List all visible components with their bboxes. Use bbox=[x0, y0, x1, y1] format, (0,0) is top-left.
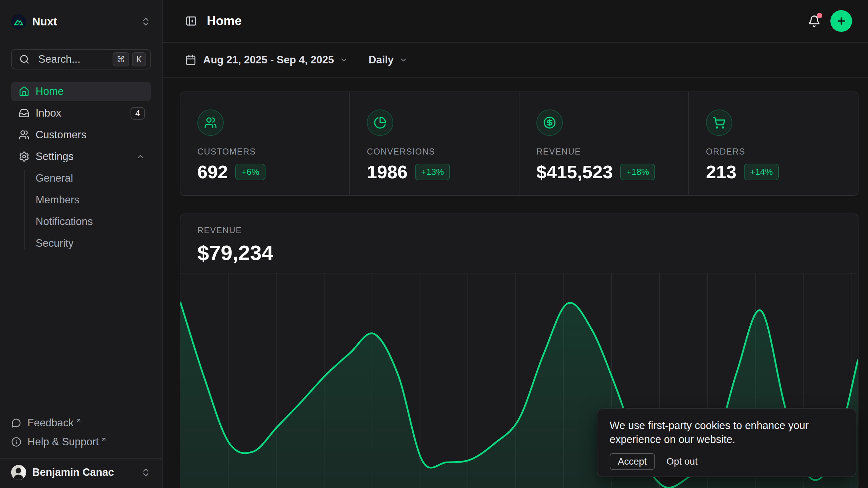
stat-label: REVENUE bbox=[536, 147, 688, 157]
sidebar-item-general[interactable]: General bbox=[36, 169, 151, 188]
cart-icon bbox=[713, 116, 726, 129]
sidebar-item-notifications[interactable]: Notifications bbox=[36, 212, 151, 231]
inbox-count-badge: 4 bbox=[131, 107, 145, 120]
pie-chart-icon bbox=[374, 116, 387, 129]
chevrons-up-down-icon bbox=[141, 17, 151, 27]
sidebar-footer-links: Feedback Help & Support bbox=[0, 413, 162, 451]
chevrons-up-down-icon bbox=[141, 467, 151, 477]
help-support-label: Help & Support bbox=[27, 436, 99, 448]
sidebar-item-inbox[interactable]: Inbox 4 bbox=[11, 104, 151, 123]
sidebar-item-security[interactable]: Security bbox=[36, 234, 151, 253]
date-range-label: Aug 21, 2025 - Sep 4, 2025 bbox=[203, 54, 334, 66]
sidebar-item-label: Home bbox=[36, 85, 145, 98]
nuxt-logo-icon bbox=[11, 14, 26, 29]
stat-revenue: REVENUE $415,523 +18% bbox=[519, 92, 688, 195]
interval-select[interactable]: Daily bbox=[369, 54, 408, 66]
page-title: Home bbox=[207, 14, 807, 28]
stat-delta-badge: +14% bbox=[744, 164, 779, 180]
user-avatar bbox=[11, 465, 26, 480]
sidebar-spacer bbox=[0, 256, 162, 413]
stat-label: ORDERS bbox=[706, 147, 858, 157]
notifications-button[interactable] bbox=[807, 14, 822, 28]
kbd-cmd: ⌘ bbox=[113, 52, 129, 66]
sidebar-item-home[interactable]: Home bbox=[11, 82, 151, 101]
filters-toolbar: Aug 21, 2025 - Sep 4, 2025 Daily bbox=[163, 43, 868, 78]
stat-label: CUSTOMERS bbox=[197, 147, 349, 157]
inbox-icon bbox=[19, 108, 29, 119]
settings-submenu: General Members Notifications Security bbox=[11, 169, 151, 253]
cookie-actions: Accept Opt out bbox=[610, 453, 844, 470]
cookie-accept-button[interactable]: Accept bbox=[610, 453, 655, 470]
revenue-chart-total: $79,234 bbox=[197, 241, 858, 265]
sidebar-item-label: Inbox bbox=[36, 107, 131, 119]
users-icon bbox=[204, 116, 217, 129]
search-icon bbox=[19, 54, 29, 64]
stat-value: 213 bbox=[706, 161, 736, 182]
stat-icon-badge bbox=[197, 109, 224, 136]
stat-value: 692 bbox=[197, 161, 228, 182]
plus-icon bbox=[836, 16, 847, 26]
sidebar-nav: Home Inbox 4 Customers Settings Ge bbox=[11, 82, 151, 253]
users-icon bbox=[19, 129, 29, 140]
stat-delta-badge: +13% bbox=[415, 164, 450, 180]
stats-summary-card: CUSTOMERS 692 +6% CONVERSIONS 1986 +13% bbox=[180, 92, 859, 196]
stat-icon-badge bbox=[536, 109, 563, 136]
stat-icon-badge bbox=[367, 109, 393, 136]
feedback-link[interactable]: Feedback bbox=[11, 413, 151, 432]
revenue-chart-label: REVENUE bbox=[197, 225, 858, 235]
stat-orders: ORDERS 213 +14% bbox=[688, 92, 858, 195]
notification-dot bbox=[817, 13, 822, 18]
interval-label: Daily bbox=[369, 54, 394, 66]
date-range-picker[interactable]: Aug 21, 2025 - Sep 4, 2025 bbox=[185, 54, 348, 66]
external-link-icon bbox=[101, 436, 107, 443]
stat-icon-badge bbox=[706, 109, 732, 136]
sidebar-item-label: Settings bbox=[36, 150, 136, 163]
org-switcher[interactable]: Nuxt bbox=[11, 12, 151, 31]
search-input[interactable] bbox=[38, 53, 110, 65]
chat-bubble-icon bbox=[11, 418, 21, 428]
add-button[interactable] bbox=[830, 10, 852, 32]
home-icon bbox=[19, 86, 29, 97]
user-menu[interactable]: Benjamin Canac bbox=[0, 459, 162, 488]
gear-icon bbox=[19, 151, 29, 162]
chevron-down-icon bbox=[399, 56, 408, 64]
sidebar: Nuxt ⌘ K Home Inbox 4 bbox=[0, 0, 163, 488]
stat-delta-badge: +18% bbox=[620, 164, 655, 180]
user-name: Benjamin Canac bbox=[32, 466, 141, 479]
sidebar-item-label: Customers bbox=[36, 129, 145, 141]
chevron-down-icon bbox=[339, 56, 348, 64]
stat-customers: CUSTOMERS 692 +6% bbox=[180, 92, 349, 195]
stat-delta-badge: +6% bbox=[235, 164, 265, 180]
stat-value: 1986 bbox=[367, 161, 408, 182]
cookie-banner: We use first-party cookies to enhance yo… bbox=[597, 408, 856, 477]
info-circle-icon bbox=[11, 437, 21, 447]
org-name: Nuxt bbox=[32, 15, 141, 28]
panel-left-close-icon bbox=[185, 15, 197, 27]
sidebar-item-settings[interactable]: Settings bbox=[11, 147, 151, 166]
calendar-icon bbox=[185, 54, 196, 65]
help-support-link[interactable]: Help & Support bbox=[11, 432, 151, 451]
nuxt-logo-glyph bbox=[14, 18, 23, 25]
sidebar-item-members[interactable]: Members bbox=[36, 190, 151, 209]
sidebar-collapse-button[interactable] bbox=[185, 15, 197, 27]
page-header: Home bbox=[163, 0, 868, 43]
stat-conversions: CONVERSIONS 1986 +13% bbox=[349, 92, 519, 195]
cookie-message: We use first-party cookies to enhance yo… bbox=[610, 419, 827, 446]
stat-value: $415,523 bbox=[536, 161, 613, 182]
search-bar[interactable]: ⌘ K bbox=[11, 49, 151, 69]
dollar-circle-icon bbox=[543, 116, 556, 129]
external-link-icon bbox=[76, 418, 82, 424]
feedback-label: Feedback bbox=[27, 417, 74, 429]
chevron-up-icon bbox=[136, 152, 145, 161]
revenue-chart-header: REVENUE $79,234 bbox=[180, 214, 858, 273]
sidebar-top: Nuxt ⌘ K Home Inbox 4 bbox=[0, 0, 162, 256]
stat-label: CONVERSIONS bbox=[367, 147, 519, 157]
cookie-optout-button[interactable]: Opt out bbox=[667, 456, 698, 467]
kbd-k: K bbox=[132, 52, 146, 66]
avatar-photo bbox=[11, 465, 26, 480]
sidebar-item-customers[interactable]: Customers bbox=[11, 125, 151, 144]
